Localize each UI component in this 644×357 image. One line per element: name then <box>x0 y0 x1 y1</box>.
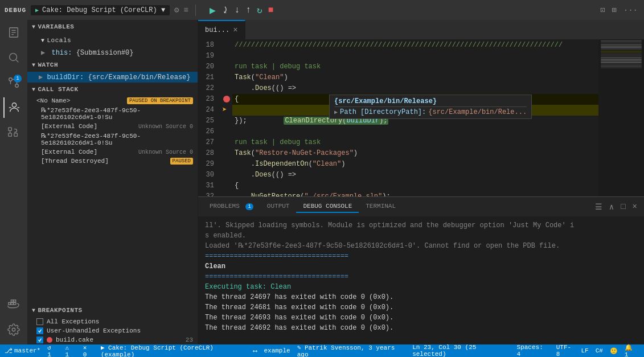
svg-point-21 <box>12 328 15 331</box>
step-over-button[interactable]: ⤸ <box>219 3 231 17</box>
activity-settings[interactable] <box>3 319 24 340</box>
status-remote[interactable]: ⟷ <box>253 347 257 355</box>
activity-explorer[interactable] <box>3 22 24 43</box>
status-smiley[interactable]: 🙂 <box>610 344 618 358</box>
panel-tab-output[interactable]: OUTPUT <box>260 200 297 213</box>
bp-all-checkbox[interactable] <box>36 318 43 325</box>
minimap <box>598 40 644 196</box>
activity-extensions[interactable] <box>3 122 24 143</box>
bp-build-checkbox[interactable] <box>36 337 43 343</box>
call-stack-item-2[interactable]: [External Code] Unknown Source 0 <box>27 122 198 131</box>
code-line-19 <box>232 51 598 61</box>
panel-toolbar: ☰ ∧ □ × <box>593 201 639 213</box>
git-branch-icon: ⎇ <box>5 347 13 355</box>
call-stack-item-4[interactable]: [External Code] Unknown Source 0 <box>27 147 198 157</box>
variables-section: ▼ VARIABLES ▼ Locals ▶ this: {Submission… <box>27 20 198 58</box>
locals-this-item[interactable]: ▶ this: {Submission#0} <box>27 47 198 58</box>
code-editor[interactable]: 18 19 20 21 22 23 24 25 26 27 28 29 30 3… <box>198 40 644 196</box>
status-branch[interactable]: ⎇ master* <box>5 347 40 355</box>
svg-rect-12 <box>9 133 12 137</box>
activity-source-control[interactable]: 1 <box>3 72 24 93</box>
bp-user-unhandled[interactable]: User-Unhandled Exceptions <box>27 326 198 335</box>
console-line-4: Clean <box>205 261 637 272</box>
step-into-button[interactable]: ↓ <box>232 4 243 17</box>
editor-tab-build-cake[interactable]: bui... × <box>198 20 245 39</box>
svg-point-7 <box>15 84 19 88</box>
status-eol[interactable]: LF <box>581 344 588 358</box>
watch-section: ▼ WATCH ▶ buildDir: {src/Example/bin/Rel… <box>27 58 198 83</box>
breakpoints-header[interactable]: ▼ BREAKPOINTS <box>27 303 198 317</box>
panel-tab-debug-console[interactable]: DEBUG CONSOLE <box>296 200 359 213</box>
status-warnings[interactable]: ⚠ 1 <box>65 344 76 358</box>
code-line-20: run task | debug task <box>232 61 598 72</box>
watch-builddir-item[interactable]: ▶ buildDir: {src/Example/bin/Release} <box>27 72 198 83</box>
activity-debug[interactable] <box>3 97 24 118</box>
panel-tab-terminal[interactable]: TERMINAL <box>359 200 403 213</box>
status-errors[interactable]: ✕ 0 <box>83 344 94 358</box>
tab-close[interactable]: × <box>233 26 237 35</box>
status-encoding[interactable]: UTF-8 <box>556 344 575 358</box>
more-actions-icon[interactable]: ··· <box>622 5 639 16</box>
status-notifications[interactable]: 🔔 1 <box>625 344 639 358</box>
svg-rect-20 <box>14 300 16 302</box>
status-folder[interactable]: example <box>264 347 290 354</box>
call-stack-section: ▼ CALL STACK <No Name> PAUSED ON BREAKPO… <box>27 83 198 303</box>
customize-layout-icon[interactable]: ⊞ <box>610 4 618 16</box>
status-right: ✎ Patrik Svensson, 3 years ago Ln 23, Co… <box>297 344 639 358</box>
breakpoint-marker <box>223 96 230 102</box>
call-stack-item-0[interactable]: <No Name> PAUSED ON BREAKPOINT <box>27 96 198 105</box>
panel-filter-icon[interactable]: ☰ <box>593 201 605 213</box>
status-sync[interactable]: ↺ 1 <box>47 344 58 358</box>
continue-button[interactable]: ▶ <box>207 3 218 18</box>
top-bar-right: ⊡ ⊞ ··· <box>598 4 639 16</box>
locals-header[interactable]: ▼ Locals <box>27 34 198 47</box>
status-debug-process[interactable]: ▶ Cake: Debug Script (CoreCLR) (example) <box>101 344 247 358</box>
activity-search[interactable] <box>3 47 24 68</box>
variables-label: VARIABLES <box>38 23 75 30</box>
debug-toolbar: DEBUG ▶ Cake: Debug Script (CoreCLR) ▼ ⚙… <box>0 0 644 20</box>
call-stack-header[interactable]: ▼ CALL STACK <box>27 83 198 96</box>
console-line-6: Executing task: Clean <box>205 282 637 292</box>
debug-settings-icon[interactable]: ⚙ <box>174 5 179 15</box>
bp-user-checkbox[interactable] <box>36 327 43 334</box>
bottom-panel: PROBLEMS 1 OUTPUT DEBUG CONSOLE TERMINAL… <box>198 196 644 344</box>
console-line-9: The thread 24693 has exited with code 0 … <box>205 313 637 323</box>
debug-controls: ▶ ⤸ ↓ ↑ ↻ ■ <box>207 3 276 18</box>
split-editor-icon[interactable]: ⊡ <box>598 4 606 16</box>
debug-title-bar[interactable]: ▶ Cake: Debug Script (CoreCLR) ▼ <box>31 5 170 15</box>
variables-header[interactable]: ▼ VARIABLES <box>27 20 198 34</box>
status-language[interactable]: C# <box>596 344 603 358</box>
stop-button[interactable]: ■ <box>266 4 276 17</box>
console-line-0b: s enabled. <box>205 231 637 241</box>
code-line-26 <box>232 126 598 137</box>
step-out-button[interactable]: ↑ <box>243 4 253 17</box>
call-stack-item-3[interactable]: ℞*27e53f6e-2ee3-487f-9c50-5e1826102c6d#1… <box>27 131 198 147</box>
panel-close-icon[interactable]: × <box>630 201 639 213</box>
call-stack-item-1[interactable]: ℞*27e53f6e-2ee3-487f-9c50-5e1826102c6d#1… <box>27 105 198 122</box>
activity-docker[interactable] <box>3 294 24 315</box>
panel-collapse-icon[interactable]: ∧ <box>607 201 616 213</box>
status-spaces[interactable]: Spaces: 4 <box>517 344 549 358</box>
debug-layout-icon[interactable]: ≡ <box>184 6 188 15</box>
editor-tab-bar: bui... × <box>198 20 644 40</box>
code-content[interactable]: ////////////////////////////////////////… <box>232 40 598 196</box>
restart-button[interactable]: ↻ <box>255 3 265 17</box>
console-line-7: The thread 24697 has exited with code 0 … <box>205 292 637 302</box>
console-line-5: =================================== <box>205 272 637 282</box>
status-git-author[interactable]: ✎ Patrik Svensson, 3 years ago <box>297 344 405 358</box>
code-line-28: Task("Restore-NuGet-Packages") <box>232 148 598 159</box>
bp-all-exceptions[interactable]: All Exceptions <box>27 317 198 326</box>
panel-maximize-icon[interactable]: □ <box>618 201 627 213</box>
debug-config-name: Cake: Debug Script (CoreCLR) ▼ <box>42 6 165 14</box>
code-line-25: }); <box>232 116 598 126</box>
console-line-8: The thread 24681 has exited with code 0 … <box>205 302 637 313</box>
status-cursor[interactable]: Ln 23, Col 30 (25 selected) <box>412 344 510 358</box>
panel-tab-problems[interactable]: PROBLEMS 1 <box>203 200 260 213</box>
call-stack-item-5[interactable]: [Thread Destroyed] PAUSED <box>27 157 198 166</box>
svg-rect-16 <box>9 302 11 305</box>
debug-label: DEBUG <box>5 7 26 14</box>
code-line-29: .IsDependentOn("Clean") <box>232 159 598 170</box>
debug-console-output[interactable]: ll'. Skipped loading symbols. Module is … <box>198 217 644 344</box>
watch-header[interactable]: ▼ WATCH <box>27 58 198 72</box>
console-line-0: ll'. Skipped loading symbols. Module is … <box>205 220 637 231</box>
